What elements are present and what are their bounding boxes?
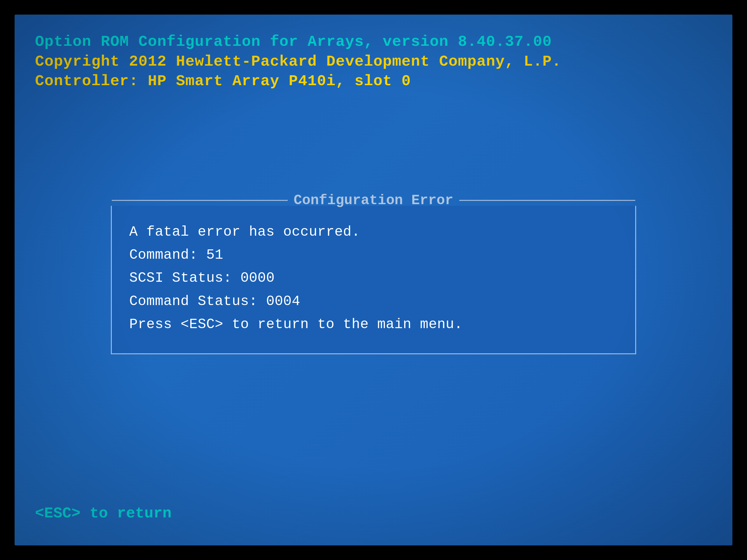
header-line2: Copyright 2012 Hewlett-Packard Developme… — [35, 52, 712, 72]
dialog-content: A fatal error has occurred. Command: 51 … — [129, 220, 618, 336]
header-line1: Option ROM Configuration for Arrays, ver… — [35, 32, 712, 52]
bios-screen: Option ROM Configuration for Arrays, ver… — [15, 15, 732, 545]
dialog-line4: Command Status: 0004 — [129, 290, 618, 313]
dialog-container: Configuration Error A fatal error has oc… — [111, 206, 636, 354]
header-line3: Controller: HP Smart Array P410i, slot 0 — [35, 72, 712, 91]
footer-bar: <ESC> to return — [35, 505, 712, 522]
dialog-line1: A fatal error has occurred. — [129, 220, 618, 243]
header-section: Option ROM Configuration for Arrays, ver… — [35, 32, 712, 91]
dialog-line5: Press <ESC> to return to the main menu. — [129, 313, 618, 336]
dialog-title-bar: Configuration Error — [112, 195, 635, 206]
dialog-title: Configuration Error — [288, 193, 459, 207]
footer-esc-label: <ESC> to return — [35, 505, 172, 522]
dialog-line3: SCSI Status: 0000 — [129, 267, 618, 290]
dialog-title-line-right — [459, 200, 635, 201]
dialog-box: Configuration Error A fatal error has oc… — [111, 206, 636, 354]
dialog-line2: Command: 51 — [129, 243, 618, 267]
dialog-title-line-left — [112, 200, 288, 201]
